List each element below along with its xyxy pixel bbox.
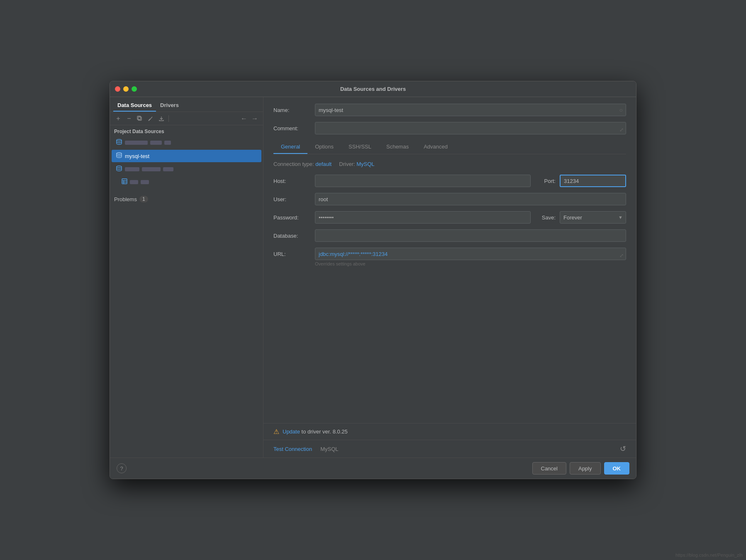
main-panel: Name: ○ Comment: ⤢ General [263,97,636,458]
host-input-wrap [315,175,531,187]
tab-general[interactable]: General [273,140,307,154]
database-label: Database: [273,233,315,239]
list-item-mysql-test[interactable]: mysql-test [112,150,261,162]
refresh-icon[interactable]: ↺ [620,444,626,453]
password-input[interactable] [315,211,531,224]
add-button[interactable]: + [113,114,123,124]
remove-button[interactable]: − [124,114,134,124]
nav-forward-button[interactable]: → [250,114,260,124]
user-label: User: [273,196,315,202]
database-input[interactable] [315,229,626,242]
list-item[interactable] [112,163,261,175]
sidebar: Data Sources Drivers + − [110,97,263,458]
copy-button[interactable] [135,114,145,124]
port-input[interactable] [560,175,626,187]
svg-line-2 [149,119,151,121]
test-connection-link[interactable]: Test Connection [273,446,312,452]
expand-icon: ⤢ [619,253,624,258]
warning-text: Update to driver ver. 8.0.25 [283,429,348,435]
save-select[interactable]: Forever For session Never Until restart [560,211,626,224]
problems-section: Problems 1 [110,193,263,205]
section-header: Project Data Sources [110,125,263,136]
host-label: Host: [273,178,315,184]
svg-rect-3 [122,179,127,184]
database-icon [116,152,122,160]
url-row: URL: ⤢ [273,248,626,260]
tab-advanced[interactable]: Advanced [416,140,455,154]
list-item[interactable] [112,136,261,149]
tab-options[interactable]: Options [307,140,341,154]
comment-label: Comment: [273,125,315,131]
blurred-label [142,167,161,171]
password-row: Password: Save: Forever For session Neve… [273,211,626,224]
url-input[interactable] [315,248,626,260]
tab-ssh-ssl[interactable]: SSH/SSL [341,140,379,154]
user-input[interactable] [315,193,626,205]
tab-data-sources[interactable]: Data Sources [113,100,156,112]
blurred-label [125,141,148,145]
list-item[interactable] [112,176,261,188]
window-title: Data Sources and Drivers [340,86,406,92]
tab-schemas[interactable]: Schemas [379,140,416,154]
warning-bar: ⚠ Update to driver ver. 8.0.25 [263,423,636,440]
host-input[interactable] [315,175,531,187]
test-bar: Test Connection MySQL ↺ [263,440,636,458]
toolbar-nav: ← → [239,114,260,124]
wrench-button[interactable] [146,114,156,124]
blurred-label [130,180,138,184]
tabs-row: General Options SSH/SSL Schemas Advanced [273,140,626,154]
blurred-label [150,141,162,145]
bottom-bar: ? Cancel Apply OK [110,458,636,479]
database-icon [116,165,122,173]
name-label: Name: [273,107,315,113]
warning-icon: ⚠ [273,428,279,436]
connection-type-value[interactable]: default [315,161,332,167]
update-link[interactable]: Update [283,429,300,435]
import-button[interactable] [156,114,166,124]
name-input[interactable] [315,104,626,116]
test-driver-label: MySQL [320,446,338,452]
name-input-wrap: ○ [315,104,626,116]
problems-label: Problems [114,196,137,202]
blurred-label [141,180,149,184]
blurred-label [163,167,173,171]
save-select-wrap: Forever For session Never Until restart … [560,211,626,224]
svg-rect-1 [137,116,141,119]
save-label: Save: [531,214,556,221]
driver-value[interactable]: MySQL [356,161,374,167]
sidebar-tabs: Data Sources Drivers [110,97,263,112]
url-hint: Overrides settings above [315,261,366,266]
circle-icon: ○ [619,107,623,113]
warning-message: to driver ver. 8.0.25 [302,429,348,435]
ok-button[interactable]: OK [604,462,630,475]
comment-input[interactable] [315,122,626,134]
connection-info: Connection type: default Driver: MySQL [273,161,626,167]
name-row: Name: ○ [273,104,626,116]
password-label: Password: [273,214,315,221]
connection-type-label: Connection type: [273,161,314,167]
url-section: URL: ⤢ Overrides settings above [273,248,626,266]
toolbar-separator [168,115,169,122]
host-port-row: Host: Port: [273,175,626,187]
cancel-button[interactable]: Cancel [532,462,566,475]
table-icon [122,178,127,186]
sidebar-toolbar: + − [110,112,263,125]
apply-button[interactable]: Apply [570,462,601,475]
password-input-wrap [315,211,531,224]
form-area: Name: ○ Comment: ⤢ General [263,97,636,423]
tab-drivers[interactable]: Drivers [156,100,183,112]
driver-label: Driver: [339,161,355,167]
close-button[interactable] [115,86,120,92]
user-row: User: [273,193,626,205]
nav-back-button[interactable]: ← [239,114,249,124]
comment-wrap: ⤢ [315,122,626,134]
traffic-lights [115,86,137,92]
maximize-button[interactable] [132,86,137,92]
comment-row: Comment: ⤢ [273,122,626,134]
minimize-button[interactable] [123,86,129,92]
port-label: Port: [531,178,556,184]
url-input-wrap: ⤢ [315,248,626,260]
expand-icon: ⤢ [619,127,624,133]
help-button[interactable]: ? [117,463,127,473]
database-icon [116,139,122,147]
